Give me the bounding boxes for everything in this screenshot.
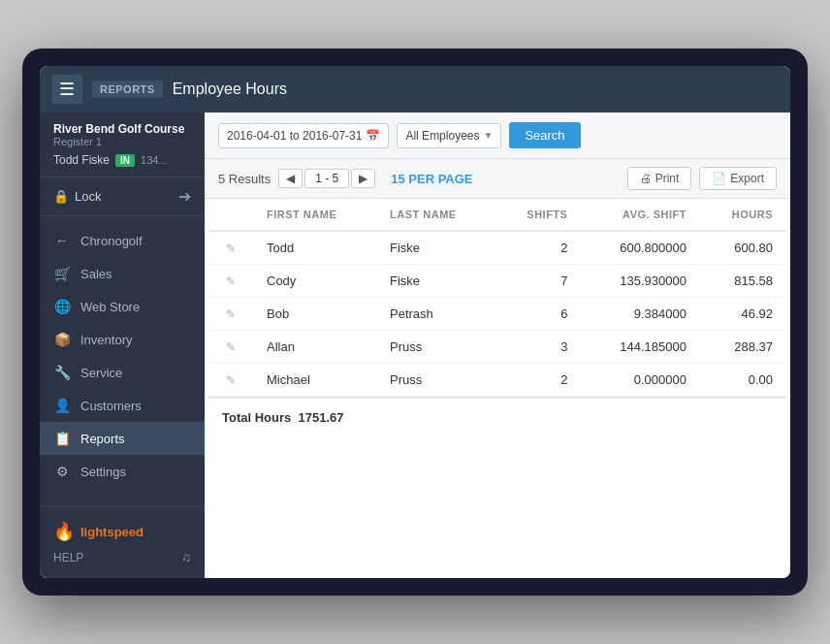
results-right: 🖨 Print 📄 Export — [627, 167, 777, 190]
user-row: Todd Fiske IN 134... — [53, 153, 191, 167]
avg-shift-cell: 9.384000 — [581, 298, 700, 331]
settings-icon: ⚙ — [53, 464, 71, 479]
toolbar: 2016-04-01 to 2016-07-31 📅 All Employees… — [205, 113, 790, 159]
lock-label: Lock — [75, 189, 101, 204]
avg-shift-cell: 135.930000 — [581, 265, 700, 298]
results-count: 5 Results — [218, 172, 271, 186]
help-label[interactable]: HELP — [53, 551, 83, 564]
last-name-cell: Fiske — [376, 265, 495, 298]
logout-icon[interactable]: ➔ — [178, 187, 191, 206]
hours-cell: 0.00 — [700, 364, 786, 397]
webstore-icon: 🌐 — [53, 299, 71, 314]
logo-text: lightspeed — [80, 525, 144, 539]
employee-filter[interactable]: All Employees ▼ — [397, 123, 501, 148]
per-page-link[interactable]: 15 PER PAGE — [391, 172, 472, 186]
sidebar-item-label: Settings — [80, 465, 126, 479]
hamburger-button[interactable]: ☰ — [51, 75, 82, 104]
search-button[interactable]: Search — [509, 122, 580, 148]
first-name-cell: Bob — [253, 298, 376, 331]
col-first-name: FIRST NAME — [253, 199, 376, 231]
sidebar-item-label: Customers — [80, 399, 142, 413]
prev-page-button[interactable]: ◀ — [278, 169, 303, 188]
sidebar-item-customers[interactable]: 👤 Customers — [40, 389, 205, 422]
table-row: ✎ Allan Pruss 3 144.185000 288.37 — [208, 331, 786, 364]
sidebar-user-info: River Bend Golf Course Register 1 Todd F… — [40, 113, 205, 177]
shifts-cell: 7 — [495, 265, 582, 298]
avg-shift-cell: 600.800000 — [581, 231, 700, 265]
next-page-button[interactable]: ▶ — [351, 169, 375, 188]
hours-cell: 600.80 — [700, 231, 786, 265]
sidebar-item-webstore[interactable]: 🌐 Web Store — [40, 290, 205, 323]
hours-cell: 815.58 — [700, 265, 786, 298]
sidebar-item-sales[interactable]: 🛒 Sales — [40, 257, 205, 290]
sidebar-footer: 🔥 lightspeed HELP ♫ — [40, 506, 205, 578]
edit-button[interactable]: ✎ — [222, 306, 239, 323]
data-table: FIRST NAME LAST NAME SHIFTS AVG. SHIFT H… — [205, 199, 790, 578]
table-row: ✎ Cody Fiske 7 135.930000 815.58 — [208, 265, 786, 298]
help-row: HELP ♫ — [53, 550, 191, 564]
store-name: River Bend Golf Course — [53, 122, 191, 136]
date-range-input[interactable]: 2016-04-01 to 2016-07-31 📅 — [218, 123, 389, 148]
page-current: 1 - 5 — [304, 169, 349, 188]
service-icon: 🔧 — [53, 365, 71, 380]
lock-row: 🔒 Lock ➔ — [40, 177, 205, 216]
edit-button[interactable]: ✎ — [222, 371, 239, 389]
export-label: Export — [730, 172, 764, 185]
col-shifts: SHIFTS — [495, 199, 582, 231]
hours-cell: 288.37 — [700, 331, 786, 364]
total-label: Total Hours — [222, 410, 291, 425]
edit-cell: ✎ — [208, 331, 253, 364]
export-icon: 📄 — [712, 172, 726, 185]
lock-button[interactable]: 🔒 Lock — [53, 189, 101, 204]
first-name-cell: Allan — [253, 331, 376, 364]
sidebar-item-inventory[interactable]: 📦 Inventory — [40, 323, 205, 356]
edit-cell: ✎ — [208, 231, 253, 265]
sidebar-item-label: Reports — [80, 432, 125, 446]
table-header-row: FIRST NAME LAST NAME SHIFTS AVG. SHIFT H… — [208, 199, 786, 231]
sidebar-item-reports[interactable]: 📋 Reports — [40, 422, 205, 455]
total-value: 1751.67 — [299, 410, 344, 425]
status-badge: IN — [115, 154, 135, 167]
total-row: Total Hours 1751.67 — [208, 397, 786, 436]
main-layout: River Bend Golf Course Register 1 Todd F… — [40, 113, 790, 578]
chevron-down-icon: ▼ — [483, 130, 493, 141]
shifts-cell: 2 — [495, 364, 582, 397]
sidebar-item-label: Web Store — [80, 300, 140, 314]
edit-button[interactable]: ✎ — [222, 240, 239, 257]
sidebar-item-service[interactable]: 🔧 Service — [40, 356, 205, 389]
table-row: ✎ Bob Petrash 6 9.384000 46.92 — [208, 298, 786, 331]
inventory-icon: 📦 — [53, 332, 71, 347]
results-left: 5 Results ◀ 1 - 5 ▶ 15 PER PAGE — [218, 169, 473, 188]
sidebar-item-label: Sales — [80, 267, 112, 281]
username: Todd Fiske — [53, 153, 110, 167]
sidebar: River Bend Golf Course Register 1 Todd F… — [40, 113, 205, 578]
device-frame: ☰ REPORTS Employee Hours River Bend Golf… — [22, 48, 808, 596]
last-name-cell: Petrash — [376, 298, 495, 331]
last-name-cell: Fiske — [376, 231, 495, 265]
sidebar-item-label: Service — [80, 366, 122, 380]
date-range-value: 2016-04-01 to 2016-07-31 — [227, 129, 362, 143]
header-bar: ☰ REPORTS Employee Hours — [40, 66, 790, 113]
customers-icon: 👤 — [53, 398, 71, 413]
print-button[interactable]: 🖨 Print — [627, 167, 692, 190]
first-name-cell: Todd — [253, 231, 376, 265]
hours-cell: 46.92 — [700, 298, 786, 331]
edit-button[interactable]: ✎ — [222, 338, 239, 356]
sidebar-item-settings[interactable]: ⚙ Settings — [40, 455, 205, 488]
shifts-cell: 2 — [495, 231, 582, 265]
print-label: Print — [655, 172, 680, 185]
print-icon: 🖨 — [640, 172, 652, 185]
last-name-cell: Pruss — [376, 364, 495, 397]
sidebar-item-chronogolf[interactable]: ← Chronogolf — [40, 224, 205, 257]
col-avg-shift: AVG. SHIFT — [581, 199, 700, 231]
col-last-name: LAST NAME — [376, 199, 495, 231]
avg-shift-cell: 144.185000 — [581, 331, 700, 364]
edit-cell: ✎ — [208, 298, 253, 331]
page-title: Employee Hours — [173, 80, 287, 98]
shifts-cell: 6 — [495, 298, 582, 331]
edit-cell: ✎ — [208, 265, 253, 298]
export-button[interactable]: 📄 Export — [699, 167, 777, 190]
clock-time: 134... — [141, 154, 168, 166]
content-area: 2016-04-01 to 2016-07-31 📅 All Employees… — [205, 113, 790, 578]
edit-button[interactable]: ✎ — [222, 273, 239, 290]
